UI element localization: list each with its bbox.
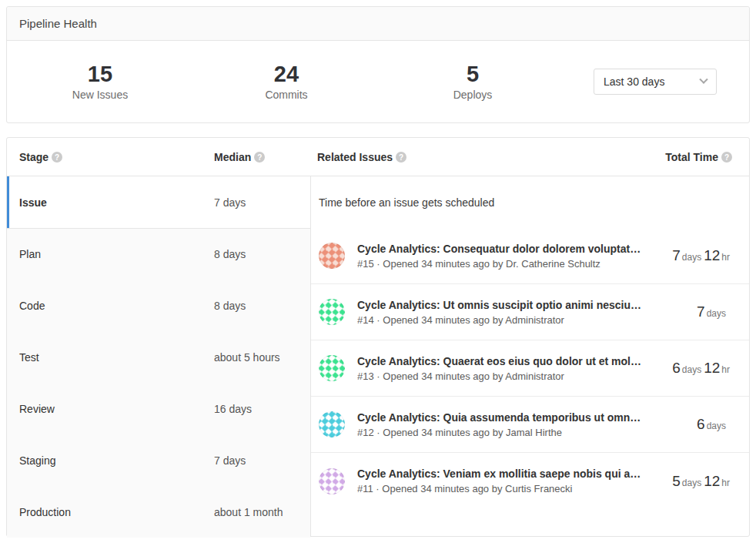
column-header-median: Median? [214, 151, 311, 163]
total-time-value: 6 [697, 416, 705, 432]
stage-name: Production [7, 506, 214, 518]
cycle-table-header: Stage? Median? Related Issues? Total Tim… [7, 138, 749, 176]
issue-text: Cycle Analytics: Veniam ex mollitia saep… [357, 468, 663, 494]
stage-median: about 1 month [214, 506, 283, 518]
issue-meta: #14 · Opened 34 minutes ago by Administr… [357, 314, 687, 326]
cycle-analytics-panel: Stage? Median? Related Issues? Total Tim… [6, 137, 750, 537]
stat-value: 5 [380, 62, 566, 87]
stage-description: Time before an issue gets scheduled [311, 176, 749, 228]
total-time-value: 7 [697, 303, 705, 320]
stat-value: 15 [7, 62, 193, 87]
identicon-avatar[interactable] [319, 299, 345, 325]
issue-meta: #11 · Opened 34 minutes ago by Curtis Fr… [357, 483, 663, 494]
panel-title: Pipeline Health [7, 7, 749, 41]
stat-value: 24 [193, 62, 380, 87]
related-issues-panel: Time before an issue gets scheduled Cycl… [311, 176, 749, 536]
meta-separator: · [376, 314, 380, 326]
total-time-value: 5 [672, 473, 681, 489]
issue-title-link[interactable]: Cycle Analytics: Consequatur dolor dolor… [357, 243, 663, 255]
stage-name: Test [7, 351, 214, 364]
date-range-selected-label: Last 30 days [604, 75, 664, 88]
stat-new-issues: 15 New Issues [7, 62, 193, 102]
column-header-stage: Stage? [7, 151, 214, 163]
issue-title-link[interactable]: Cycle Analytics: Ut omnis suscipit optio… [357, 299, 687, 311]
total-time-unit: days [682, 252, 701, 263]
meta-separator: · [376, 370, 380, 382]
identicon-avatar[interactable] [319, 468, 345, 494]
total-time-unit: hr [721, 364, 730, 375]
identicon-avatar[interactable] [319, 355, 345, 381]
stage-row-issue[interactable]: Issue 7 days [7, 176, 310, 228]
meta-separator: · [376, 483, 379, 494]
issue-author-link[interactable]: Curtis Franecki [505, 483, 572, 494]
stat-label: Commits [193, 89, 380, 101]
total-time-value: 12 [704, 360, 720, 376]
total-time-value: 12 [704, 247, 720, 263]
date-range-dropdown[interactable]: Last 30 days [594, 69, 717, 95]
stage-row-code[interactable]: Code 8 days [7, 280, 310, 331]
issue-ref: #12 [357, 427, 374, 438]
stage-median: about 5 hours [214, 351, 280, 364]
help-icon[interactable]: ? [396, 152, 406, 163]
issue-author-link[interactable]: Dr. Catherine Schultz [506, 258, 600, 270]
issue-opened-text: Opened 34 minutes ago by [383, 258, 503, 270]
issue-text: Cycle Analytics: Consequatur dolor dolor… [357, 243, 663, 270]
total-time-unit: days [682, 364, 701, 375]
stage-median: 8 days [214, 300, 246, 312]
stat-label: New Issues [7, 89, 193, 101]
stage-row-review[interactable]: Review 16 days [7, 383, 310, 434]
stat-commits: 24 Commits [193, 62, 380, 102]
stage-median: 7 days [214, 454, 246, 467]
issue-ref: #15 [357, 258, 374, 270]
total-time-unit: hr [721, 252, 730, 263]
total-time-unit: hr [721, 478, 730, 488]
issue-meta: #13 · Opened 34 minutes ago by Administr… [357, 370, 663, 382]
pipeline-health-panel: Pipeline Health 15 New Issues 24 Commits… [6, 6, 750, 123]
issue-title-link[interactable]: Cycle Analytics: Veniam ex mollitia saep… [357, 468, 663, 480]
stage-name: Plan [7, 248, 214, 260]
issue-total-time: 6days12hr [672, 360, 732, 377]
issue-total-time: 7days12hr [672, 247, 732, 264]
stage-name: Code [7, 300, 214, 312]
total-time-value: 6 [672, 360, 681, 376]
column-label: Total Time [665, 151, 718, 163]
issue-meta: #12 · Opened 34 minutes ago by Jamal Hir… [357, 427, 687, 438]
stage-row-production[interactable]: Production about 1 month [7, 486, 310, 538]
stage-median: 7 days [214, 196, 246, 209]
issue-author-link[interactable]: Administrator [505, 370, 564, 382]
meta-separator: · [376, 258, 380, 270]
stage-row-staging[interactable]: Staging 7 days [7, 434, 310, 486]
issue-total-time: 7days [697, 303, 732, 320]
help-icon[interactable]: ? [721, 152, 732, 163]
meta-separator: · [376, 427, 380, 438]
column-header-related-issues: Related Issues? [311, 151, 610, 163]
issue-item: Cycle Analytics: Quaerat eos eius quo do… [311, 340, 749, 397]
stats-wrap: 15 New Issues 24 Commits 5 Deploys [7, 62, 566, 102]
issue-item: Cycle Analytics: Consequatur dolor dolor… [311, 228, 749, 284]
stage-name: Issue [9, 196, 214, 209]
issue-opened-text: Opened 34 minutes ago by [383, 370, 503, 382]
issue-title-link[interactable]: Cycle Analytics: Quaerat eos eius quo do… [357, 355, 663, 367]
issue-meta: #15 · Opened 34 minutes ago by Dr. Cathe… [357, 258, 663, 270]
help-icon[interactable]: ? [254, 152, 265, 163]
issue-item: Cycle Analytics: Quia assumenda temporib… [311, 397, 749, 453]
stage-nav: Issue 7 days Plan 8 days Code 8 days Tes… [7, 176, 311, 536]
help-icon[interactable]: ? [52, 152, 62, 163]
total-time-unit: days [707, 421, 726, 431]
identicon-avatar[interactable] [319, 243, 345, 269]
issue-item: Cycle Analytics: Ut omnis suscipit optio… [311, 284, 749, 340]
total-time-unit: days [682, 478, 701, 488]
column-header-total-time: Total Time? [610, 151, 749, 163]
issue-title-link[interactable]: Cycle Analytics: Quia assumenda temporib… [357, 411, 687, 424]
summary-stats-row: 15 New Issues 24 Commits 5 Deploys Last … [7, 41, 749, 122]
identicon-avatar[interactable] [319, 411, 345, 437]
stage-median: 16 days [214, 403, 252, 415]
column-label: Stage [19, 151, 49, 163]
issue-item: Cycle Analytics: Veniam ex mollitia saep… [311, 453, 749, 509]
issue-opened-text: Opened 34 minutes ago by [383, 314, 503, 326]
issue-author-link[interactable]: Administrator [505, 314, 564, 326]
stage-row-plan[interactable]: Plan 8 days [7, 228, 310, 280]
stage-row-test[interactable]: Test about 5 hours [7, 331, 310, 383]
issue-total-time: 5days12hr [672, 473, 732, 490]
issue-author-link[interactable]: Jamal Hirthe [506, 427, 562, 438]
